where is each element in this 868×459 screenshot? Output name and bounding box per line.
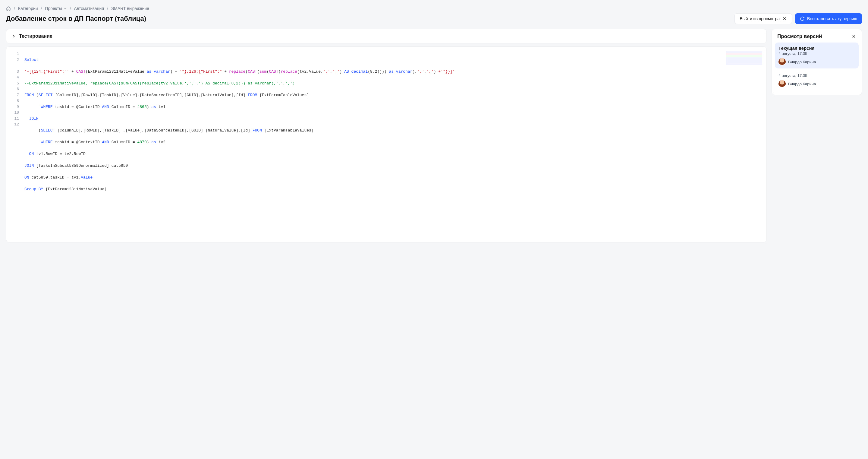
breadcrumb-smart[interactable]: SMART выражение [111, 6, 149, 11]
breadcrumb-categories[interactable]: Категории [18, 6, 38, 11]
version-date: 4 августа, 17:35 [778, 51, 855, 56]
version-user: Виардо Карина [778, 58, 855, 65]
exit-view-button[interactable]: Выйти из просмотра [735, 13, 792, 24]
refresh-icon [800, 16, 805, 21]
home-icon [6, 6, 11, 11]
close-icon[interactable] [851, 34, 856, 39]
testing-panel: Тестирование [6, 29, 767, 44]
restore-label: Восстановить эту версию [807, 16, 857, 21]
breadcrumb: / Категории / Проекты / Автоматизация / … [6, 6, 862, 11]
code-area[interactable]: Select '+[{124:{"First":"' + CAST(ExtPar… [24, 51, 767, 204]
chevron-down-icon [63, 7, 67, 10]
version-item[interactable]: 4 августа, 17:35Виардо Карина [775, 70, 859, 90]
breadcrumb-projects[interactable]: Проекты [45, 6, 67, 11]
close-icon [782, 16, 787, 21]
breadcrumb-sep: / [107, 6, 108, 11]
code-editor[interactable]: 123456789101112 Select '+[{124:{"First":… [6, 47, 767, 242]
breadcrumb-sep: / [41, 6, 42, 11]
testing-collapse-toggle[interactable]: Тестирование [6, 29, 767, 43]
versions-panel: Просмотр версий Текущая версия4 августа,… [772, 29, 862, 95]
breadcrumb-home[interactable] [6, 6, 11, 11]
breadcrumb-automation[interactable]: Автоматизация [74, 6, 104, 11]
breadcrumb-sep: / [70, 6, 71, 11]
title-actions: Выйти из просмотра Восстановить эту верс… [735, 13, 862, 24]
chevron-right-icon [12, 34, 16, 38]
line-gutter: 123456789101112 [6, 51, 24, 204]
versions-title: Просмотр версий [777, 33, 822, 39]
code-minimap[interactable] [726, 51, 762, 66]
avatar [778, 80, 786, 87]
restore-version-button[interactable]: Восстановить эту версию [795, 13, 862, 24]
exit-view-label: Выйти из просмотра [740, 16, 780, 21]
testing-title: Тестирование [19, 33, 53, 39]
breadcrumb-sep: / [14, 6, 15, 11]
version-date: 4 августа, 17:35 [778, 73, 855, 78]
avatar [778, 58, 786, 65]
version-title: Текущая версия [778, 46, 855, 51]
version-user: Виардо Карина [778, 80, 855, 87]
breadcrumb-projects-label: Проекты [45, 6, 62, 11]
version-item[interactable]: Текущая версия4 августа, 17:35Виардо Кар… [775, 42, 859, 68]
page-title: Добавление строк в ДП Паспорт (таблица) [6, 15, 146, 23]
